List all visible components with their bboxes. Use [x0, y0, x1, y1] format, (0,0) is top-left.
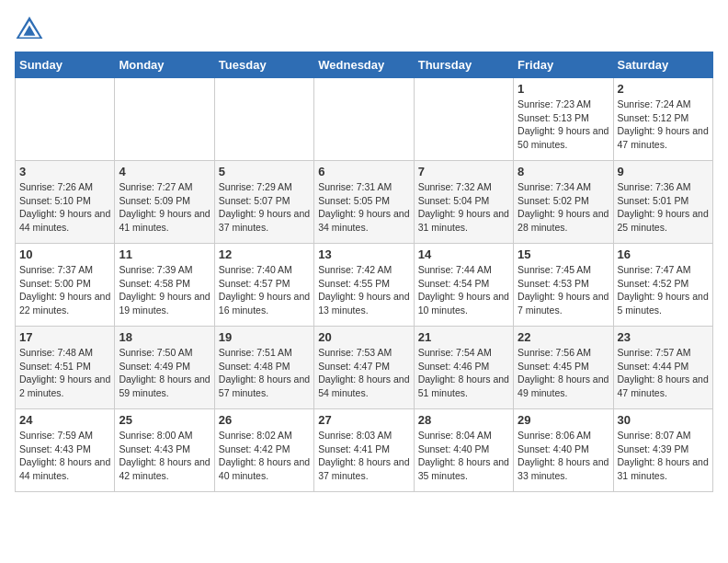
calendar-cell: 9Sunrise: 7:36 AMSunset: 5:01 PMDaylight…	[613, 161, 712, 244]
day-number: 22	[518, 330, 609, 344]
day-number: 25	[119, 413, 210, 427]
day-info: Sunrise: 7:36 AMSunset: 5:01 PMDaylight:…	[618, 180, 709, 235]
day-info: Sunrise: 7:59 AMSunset: 4:43 PMDaylight:…	[19, 429, 110, 483]
day-number: 30	[618, 413, 709, 427]
day-info: Sunrise: 7:24 AMSunset: 5:12 PMDaylight:…	[618, 98, 709, 152]
day-number: 13	[318, 247, 409, 261]
calendar-cell: 23Sunrise: 7:57 AMSunset: 4:44 PMDayligh…	[613, 327, 712, 409]
day-info: Sunrise: 8:03 AMSunset: 4:41 PMDaylight:…	[318, 429, 409, 483]
calendar-cell: 11Sunrise: 7:39 AMSunset: 4:58 PMDayligh…	[115, 244, 214, 327]
calendar-cell: 29Sunrise: 8:06 AMSunset: 4:40 PMDayligh…	[514, 409, 613, 492]
day-number: 2	[618, 82, 709, 96]
day-number: 28	[418, 413, 509, 427]
calendar-cell: 24Sunrise: 7:59 AMSunset: 4:43 PMDayligh…	[16, 409, 115, 492]
calendar-cell: 2Sunrise: 7:24 AMSunset: 5:12 PMDaylight…	[613, 78, 712, 161]
calendar-cell: 26Sunrise: 8:02 AMSunset: 4:42 PMDayligh…	[214, 409, 313, 492]
logo	[15, 15, 48, 40]
page-header	[15, 15, 713, 40]
calendar-cell: 7Sunrise: 7:32 AMSunset: 5:04 PMDaylight…	[414, 161, 513, 244]
day-info: Sunrise: 7:29 AMSunset: 5:07 PMDaylight:…	[219, 180, 310, 235]
week-row-1: 1Sunrise: 7:23 AMSunset: 5:13 PMDaylight…	[16, 78, 713, 161]
week-row-4: 17Sunrise: 7:48 AMSunset: 4:51 PMDayligh…	[16, 327, 713, 409]
logo-icon	[15, 15, 44, 40]
day-number: 11	[119, 247, 210, 261]
calendar-cell: 6Sunrise: 7:31 AMSunset: 5:05 PMDaylight…	[314, 161, 414, 244]
calendar-cell: 25Sunrise: 8:00 AMSunset: 4:43 PMDayligh…	[115, 409, 214, 492]
calendar-cell: 5Sunrise: 7:29 AMSunset: 5:07 PMDaylight…	[214, 161, 313, 244]
week-row-3: 10Sunrise: 7:37 AMSunset: 5:00 PMDayligh…	[16, 244, 713, 327]
day-info: Sunrise: 7:53 AMSunset: 4:47 PMDaylight:…	[318, 346, 409, 400]
day-number: 7	[418, 165, 509, 178]
day-number: 15	[518, 247, 609, 261]
calendar-cell: 12Sunrise: 7:40 AMSunset: 4:57 PMDayligh…	[214, 244, 313, 327]
day-info: Sunrise: 8:02 AMSunset: 4:42 PMDaylight:…	[219, 429, 310, 483]
calendar-cell: 8Sunrise: 7:34 AMSunset: 5:02 PMDaylight…	[514, 161, 613, 244]
day-number: 20	[318, 330, 409, 344]
day-info: Sunrise: 7:42 AMSunset: 4:55 PMDaylight:…	[318, 263, 409, 317]
day-number: 26	[219, 413, 310, 427]
day-info: Sunrise: 7:45 AMSunset: 4:53 PMDaylight:…	[518, 263, 609, 317]
day-number: 29	[518, 413, 609, 427]
calendar-cell: 21Sunrise: 7:54 AMSunset: 4:46 PMDayligh…	[414, 327, 513, 409]
day-info: Sunrise: 8:00 AMSunset: 4:43 PMDaylight:…	[119, 429, 210, 483]
calendar-cell: 22Sunrise: 7:56 AMSunset: 4:45 PMDayligh…	[514, 327, 613, 409]
day-number: 16	[618, 247, 709, 261]
calendar-cell: 16Sunrise: 7:47 AMSunset: 4:52 PMDayligh…	[613, 244, 712, 327]
calendar-cell: 14Sunrise: 7:44 AMSunset: 4:54 PMDayligh…	[414, 244, 513, 327]
day-info: Sunrise: 7:26 AMSunset: 5:10 PMDaylight:…	[19, 180, 110, 235]
day-info: Sunrise: 7:57 AMSunset: 4:44 PMDaylight:…	[618, 346, 709, 400]
calendar-table: SundayMondayTuesdayWednesdayThursdayFrid…	[15, 52, 713, 492]
day-number: 12	[219, 247, 310, 261]
day-info: Sunrise: 7:34 AMSunset: 5:02 PMDaylight:…	[518, 180, 609, 235]
week-row-5: 24Sunrise: 7:59 AMSunset: 4:43 PMDayligh…	[16, 409, 713, 492]
calendar-cell	[214, 78, 313, 161]
day-info: Sunrise: 7:50 AMSunset: 4:49 PMDaylight:…	[119, 346, 210, 400]
day-info: Sunrise: 7:56 AMSunset: 4:45 PMDaylight:…	[518, 346, 609, 400]
weekday-header-saturday: Saturday	[613, 52, 712, 78]
day-info: Sunrise: 8:06 AMSunset: 4:40 PMDaylight:…	[518, 429, 609, 483]
day-number: 24	[19, 413, 110, 427]
calendar-cell: 1Sunrise: 7:23 AMSunset: 5:13 PMDaylight…	[514, 78, 613, 161]
calendar-cell: 3Sunrise: 7:26 AMSunset: 5:10 PMDaylight…	[16, 161, 115, 244]
day-info: Sunrise: 7:27 AMSunset: 5:09 PMDaylight:…	[119, 180, 210, 235]
calendar-cell: 28Sunrise: 8:04 AMSunset: 4:40 PMDayligh…	[414, 409, 513, 492]
day-info: Sunrise: 7:48 AMSunset: 4:51 PMDaylight:…	[19, 346, 110, 400]
day-info: Sunrise: 7:37 AMSunset: 5:00 PMDaylight:…	[19, 263, 110, 317]
calendar-cell	[115, 78, 214, 161]
calendar-cell: 19Sunrise: 7:51 AMSunset: 4:48 PMDayligh…	[214, 327, 313, 409]
day-number: 6	[318, 165, 409, 178]
day-number: 1	[518, 82, 609, 96]
day-info: Sunrise: 7:40 AMSunset: 4:57 PMDaylight:…	[219, 263, 310, 317]
day-info: Sunrise: 7:32 AMSunset: 5:04 PMDaylight:…	[418, 180, 509, 235]
day-number: 18	[119, 330, 210, 344]
calendar-cell: 4Sunrise: 7:27 AMSunset: 5:09 PMDaylight…	[115, 161, 214, 244]
day-number: 9	[618, 165, 709, 178]
weekday-header-tuesday: Tuesday	[214, 52, 313, 78]
calendar-cell: 18Sunrise: 7:50 AMSunset: 4:49 PMDayligh…	[115, 327, 214, 409]
calendar-cell	[314, 78, 414, 161]
day-number: 27	[318, 413, 409, 427]
day-info: Sunrise: 8:04 AMSunset: 4:40 PMDaylight:…	[418, 429, 509, 483]
calendar-cell	[16, 78, 115, 161]
day-number: 17	[19, 330, 110, 344]
day-info: Sunrise: 7:54 AMSunset: 4:46 PMDaylight:…	[418, 346, 509, 400]
calendar-cell: 20Sunrise: 7:53 AMSunset: 4:47 PMDayligh…	[314, 327, 414, 409]
calendar-cell: 27Sunrise: 8:03 AMSunset: 4:41 PMDayligh…	[314, 409, 414, 492]
calendar-cell: 17Sunrise: 7:48 AMSunset: 4:51 PMDayligh…	[16, 327, 115, 409]
day-info: Sunrise: 7:47 AMSunset: 4:52 PMDaylight:…	[618, 263, 709, 317]
calendar-cell: 15Sunrise: 7:45 AMSunset: 4:53 PMDayligh…	[514, 244, 613, 327]
weekday-header-thursday: Thursday	[414, 52, 513, 78]
calendar-cell: 13Sunrise: 7:42 AMSunset: 4:55 PMDayligh…	[314, 244, 414, 327]
calendar-cell: 10Sunrise: 7:37 AMSunset: 5:00 PMDayligh…	[16, 244, 115, 327]
day-info: Sunrise: 7:51 AMSunset: 4:48 PMDaylight:…	[219, 346, 310, 400]
day-number: 4	[119, 165, 210, 178]
day-info: Sunrise: 8:07 AMSunset: 4:39 PMDaylight:…	[618, 429, 709, 483]
day-number: 14	[418, 247, 509, 261]
calendar-cell: 30Sunrise: 8:07 AMSunset: 4:39 PMDayligh…	[613, 409, 712, 492]
weekday-header-wednesday: Wednesday	[314, 52, 414, 78]
day-info: Sunrise: 7:31 AMSunset: 5:05 PMDaylight:…	[318, 180, 409, 235]
day-info: Sunrise: 7:44 AMSunset: 4:54 PMDaylight:…	[418, 263, 509, 317]
day-number: 21	[418, 330, 509, 344]
day-number: 23	[618, 330, 709, 344]
weekday-header-row: SundayMondayTuesdayWednesdayThursdayFrid…	[16, 52, 713, 78]
